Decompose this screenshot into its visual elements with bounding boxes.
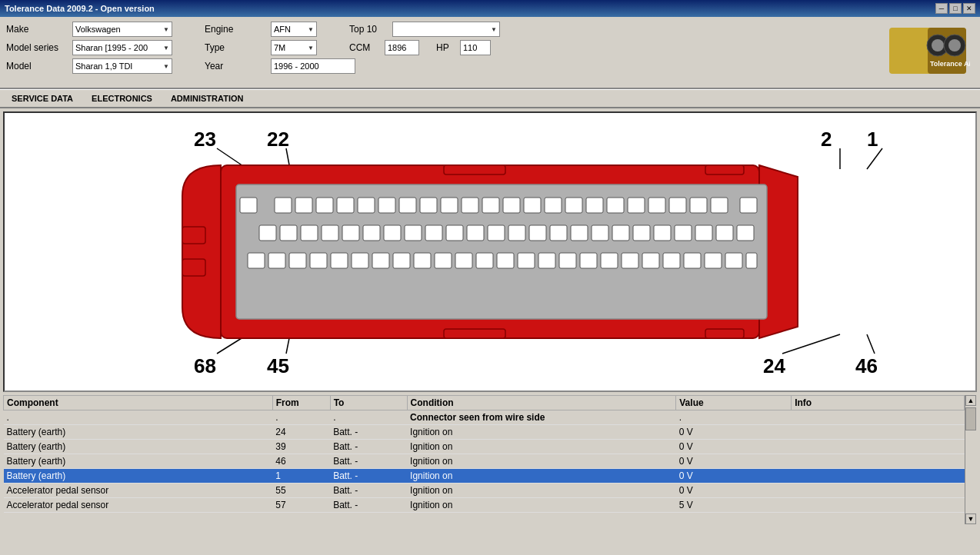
- table-row[interactable]: Accelerator pedal sensor57Batt. -Ignitio…: [4, 498, 965, 513]
- svg-rect-31: [586, 198, 603, 213]
- menu-administration[interactable]: ADMINISTRATION: [162, 91, 252, 105]
- svg-rect-72: [435, 253, 452, 268]
- svg-rect-30: [565, 198, 582, 213]
- pin-23-label: 23: [194, 128, 216, 151]
- make-select[interactable]: Volkswagen ▼: [72, 22, 172, 37]
- menu-electronics[interactable]: ELECTRONICS: [83, 91, 161, 105]
- make-dropdown-arrow: ▼: [163, 26, 169, 33]
- svg-rect-35: [669, 198, 686, 213]
- header: Make Volkswagen ▼ Engine AFN ▼ Top 10 ▼ …: [0, 17, 980, 89]
- svg-rect-16: [275, 198, 292, 213]
- pin-2-label: 2: [821, 128, 832, 151]
- table-row[interactable]: Battery (earth)46Batt. -Ignition on0 V: [4, 454, 965, 469]
- cell-condition: Ignition on: [407, 498, 676, 513]
- pin-row-top: [240, 198, 757, 213]
- connector-top-notch: [444, 165, 505, 174]
- svg-rect-63: [248, 253, 265, 268]
- menu-service-data[interactable]: SERVICE DATA: [3, 91, 82, 105]
- svg-rect-78: [559, 253, 576, 268]
- cell-to: Batt. -: [330, 454, 407, 469]
- svg-line-13: [782, 334, 840, 354]
- bottom-section: Component From To Condition Value Info .…: [3, 395, 977, 524]
- col-from: From: [272, 396, 330, 410]
- cell-component: Accelerator pedal sensor: [4, 498, 273, 513]
- svg-rect-17: [295, 198, 312, 213]
- svg-rect-75: [497, 253, 514, 268]
- connector-left-bump1: [182, 227, 205, 244]
- cell-info: [792, 484, 965, 498]
- cell-from: 55: [272, 484, 330, 498]
- year-value: 1996 - 2000: [271, 58, 355, 74]
- cell-component: Accelerator pedal sensor: [4, 484, 273, 498]
- table-body: ...Connector seen from wire side.Battery…: [4, 410, 965, 513]
- top10-dropdown-arrow: ▼: [491, 26, 497, 33]
- cell-component: Battery (earth): [4, 469, 273, 484]
- cell-info: [792, 410, 965, 425]
- top10-select[interactable]: ▼: [392, 22, 500, 37]
- cell-component: Battery (earth): [4, 425, 273, 440]
- table-row[interactable]: Accelerator pedal sensor55Batt. -Ignitio…: [4, 484, 965, 498]
- year-label: Year: [205, 61, 266, 71]
- svg-rect-82: [642, 253, 659, 268]
- cell-value: 0 V: [676, 425, 792, 440]
- svg-rect-87: [746, 253, 757, 268]
- model-label: Model: [6, 61, 68, 71]
- svg-rect-54: [571, 225, 588, 241]
- svg-rect-79: [580, 253, 597, 268]
- model-select[interactable]: Sharan 1,9 TDI ▼: [72, 58, 172, 74]
- svg-rect-18: [316, 198, 333, 213]
- svg-rect-55: [592, 225, 608, 241]
- cell-condition: Ignition on: [407, 469, 676, 484]
- svg-rect-45: [384, 225, 401, 241]
- svg-rect-80: [601, 253, 618, 268]
- pin-68-label: 68: [194, 354, 216, 377]
- scroll-thumb[interactable]: [965, 407, 976, 430]
- scrollbar[interactable]: ▲ ▼: [965, 395, 977, 524]
- cell-info: [792, 498, 965, 513]
- svg-rect-76: [518, 253, 535, 268]
- cell-value: 0 V: [676, 469, 792, 484]
- svg-rect-29: [545, 198, 562, 213]
- svg-rect-64: [268, 253, 285, 268]
- svg-rect-37: [711, 198, 728, 213]
- close-button[interactable]: ✕: [963, 3, 975, 14]
- col-value: Value: [676, 396, 792, 410]
- svg-rect-46: [405, 225, 422, 241]
- minimize-button[interactable]: ─: [935, 3, 948, 14]
- svg-rect-28: [524, 198, 541, 213]
- table-row[interactable]: Battery (earth)1Batt. -Ignition on0 V: [4, 469, 965, 484]
- svg-rect-70: [393, 253, 410, 268]
- table-row[interactable]: ...Connector seen from wire side.: [4, 410, 965, 425]
- model-series-select[interactable]: Sharan [1995 - 200 ▼: [72, 40, 172, 55]
- svg-rect-56: [612, 225, 629, 241]
- header-fields: Make Volkswagen ▼ Engine AFN ▼ Top 10 ▼ …: [6, 22, 882, 77]
- cell-from: .: [272, 410, 330, 425]
- type-select[interactable]: 7M ▼: [271, 40, 317, 55]
- cell-info: [792, 469, 965, 484]
- cell-info: [792, 440, 965, 454]
- svg-rect-21: [378, 198, 395, 213]
- col-condition: Condition: [407, 396, 676, 410]
- engine-select[interactable]: AFN ▼: [271, 22, 317, 37]
- svg-rect-20: [358, 198, 375, 213]
- engine-label: Engine: [205, 24, 266, 35]
- table-row[interactable]: Battery (earth)24Batt. -Ignition on0 V: [4, 425, 965, 440]
- svg-rect-36: [690, 198, 707, 213]
- cell-component: Battery (earth): [4, 440, 273, 454]
- svg-rect-34: [648, 198, 665, 213]
- cell-from: 1: [272, 469, 330, 484]
- engine-dropdown-arrow: ▼: [308, 26, 314, 33]
- scroll-up-button[interactable]: ▲: [965, 395, 976, 406]
- maximize-button[interactable]: □: [949, 3, 962, 14]
- svg-rect-33: [628, 198, 645, 213]
- svg-point-5: [948, 39, 961, 52]
- diagram-area: 23 22 2 1 68 45 24 46: [3, 111, 977, 392]
- table-row[interactable]: Battery (earth)39Batt. -Ignition on0 V: [4, 440, 965, 454]
- svg-rect-84: [684, 253, 701, 268]
- svg-rect-51: [508, 225, 525, 241]
- svg-line-10: [867, 148, 882, 169]
- title-bar: Tolerance Data 2009.2 - Open version ─ □…: [0, 0, 980, 17]
- svg-rect-86: [725, 253, 742, 268]
- svg-rect-22: [399, 198, 416, 213]
- scroll-down-button[interactable]: ▼: [965, 513, 976, 524]
